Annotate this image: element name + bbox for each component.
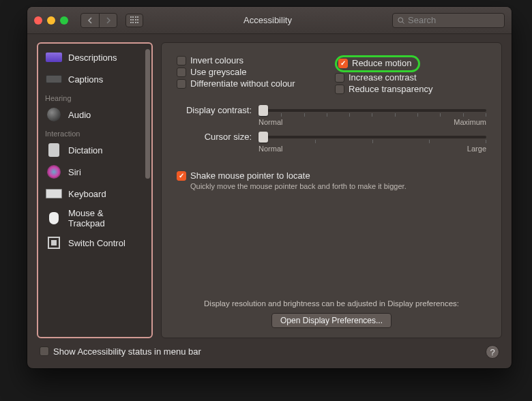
help-button[interactable]: ? [486,345,499,359]
display-contrast-slider[interactable] [258,109,486,112]
checkbox-icon [335,85,344,94]
sidebar-item-dictation[interactable]: Dictation [41,139,143,161]
sidebar-item-mouse-trackpad[interactable]: Mouse & Trackpad [41,205,143,232]
content-area: Descriptions Captions Hearing Audio Inte… [27,34,512,338]
open-display-preferences-button[interactable]: Open Display Preferences... [271,313,391,328]
sidebar-item-keyboard[interactable]: Keyboard [41,183,143,205]
sidebar-item-captions[interactable]: Captions [41,68,143,90]
cursor-size-label: Cursor size: [177,132,252,142]
checkbox-label: Show Accessibility status in menu bar [53,346,201,357]
search-field[interactable]: Search [392,13,505,28]
checkbox-label: Invert colours [190,55,243,65]
svg-line-1 [402,21,404,23]
bottom-bar: Show Accessibility status in menu bar ? [27,338,512,368]
mouse-icon [45,211,63,226]
display-contrast-label: Display contrast: [177,105,252,115]
checkbox-checked-icon [338,59,348,68]
sidebar-item-siri[interactable]: Siri [41,161,143,183]
help-icon: ? [490,347,494,357]
close-icon[interactable] [34,16,42,25]
svg-point-0 [398,17,403,22]
checkbox-icon [177,56,186,65]
dictation-icon [45,143,63,158]
cursor-size-slider-row: Cursor size: Normal Large [177,132,486,153]
keyboard-icon [45,186,63,201]
checkbox-icon [40,346,49,356]
slider-thumb[interactable] [258,132,268,143]
sidebar-category-hearing: Hearing [41,90,143,104]
back-button[interactable] [81,14,99,27]
slider-max-label: Maximum [454,118,486,126]
window-controls [34,16,68,25]
sidebar-category-interaction: Interaction [41,125,143,139]
slider-max-label: Large [467,145,486,153]
audio-icon [45,107,63,122]
checkbox-label: Reduce transparency [349,84,433,94]
increase-contrast-checkbox[interactable]: Increase contrast [335,72,486,83]
sidebar-item-label: Captions [68,74,103,85]
slider-thumb[interactable] [258,105,268,116]
checkbox-label: Shake mouse pointer to locate [190,170,310,181]
search-icon [397,16,405,25]
reduce-motion-highlight: Reduce motion [335,55,420,72]
nav-buttons [80,13,117,28]
checkbox-icon [177,79,186,89]
show-accessibility-status-checkbox[interactable]: Show Accessibility status in menu bar [40,346,201,357]
shake-pointer-checkbox[interactable]: Shake mouse pointer to locate [177,170,486,181]
switch-control-icon [45,235,63,250]
settings-panel: Invert colours Use greyscale Differentia… [161,42,502,338]
sidebar-item-label: Siri [68,167,81,177]
zoom-icon[interactable] [60,16,68,25]
invert-colours-checkbox[interactable]: Invert colours [177,55,328,65]
sidebar-item-label: Switch Control [68,238,125,248]
shake-pointer-description: Quickly move the mouse pointer back and … [190,182,486,190]
scrollbar-thumb[interactable] [145,49,150,179]
checkbox-label: Reduce motion [352,58,411,68]
sidebar-item-audio[interactable]: Audio [41,104,143,125]
window-title: Accessibility [149,15,387,25]
sidebar-item-label: Mouse & Trackpad [68,208,139,228]
captions-icon [45,72,63,87]
cursor-size-slider[interactable] [258,136,486,138]
checkbox-icon [335,73,344,83]
checkbox-label: Increase contrast [349,72,417,83]
checkbox-icon [177,68,186,77]
grid-icon [130,16,138,25]
slider-min-label: Normal [258,118,282,126]
sidebar-item-label: Audio [68,110,91,120]
minimize-icon[interactable] [47,16,55,25]
checkbox-label: Differentiate without colour [190,78,295,89]
sidebar-scrollbar[interactable] [143,46,151,334]
use-greyscale-checkbox[interactable]: Use greyscale [177,67,328,77]
search-placeholder: Search [408,15,436,25]
reduce-transparency-checkbox[interactable]: Reduce transparency [335,84,486,94]
slider-min-label: Normal [258,145,282,153]
titlebar: Accessibility Search [27,7,512,34]
sidebar-item-descriptions[interactable]: Descriptions [41,46,143,68]
siri-icon [45,164,63,179]
sidebar-item-label: Dictation [68,145,103,155]
display-contrast-slider-row: Display contrast: Normal Maximum [177,105,486,126]
differentiate-colour-checkbox[interactable]: Differentiate without colour [177,78,328,89]
show-all-button[interactable] [125,14,143,27]
checkbox-checked-icon [177,171,186,181]
forward-button[interactable] [99,14,117,27]
reduce-motion-checkbox[interactable]: Reduce motion [338,58,411,68]
sidebar: Descriptions Captions Hearing Audio Inte… [37,42,153,338]
display-preferences-hint: Display resolution and brightness can be… [177,299,486,308]
sidebar-item-label: Keyboard [68,189,106,199]
checkbox-label: Use greyscale [190,67,246,77]
sidebar-item-label: Descriptions [68,53,117,63]
sidebar-item-switch-control[interactable]: Switch Control [41,232,143,254]
accessibility-window: Accessibility Search Descriptions Captio… [27,7,512,368]
descriptions-icon [45,50,63,65]
